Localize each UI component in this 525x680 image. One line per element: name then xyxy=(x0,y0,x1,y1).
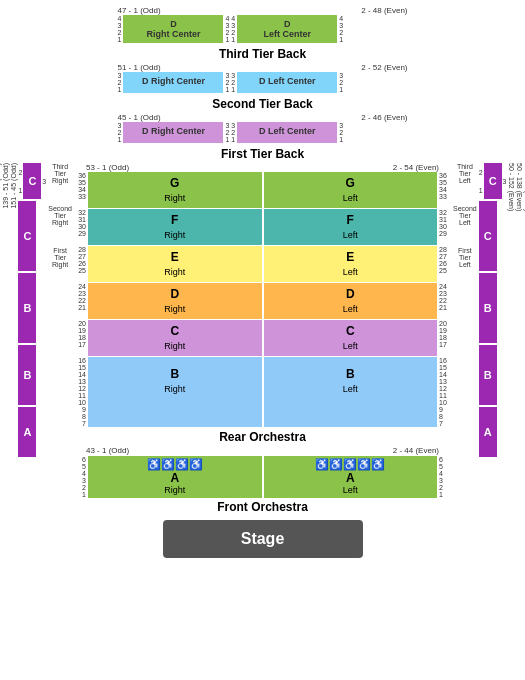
section-e-rows: 28272625 ERight ELeft 28272625 xyxy=(72,246,453,282)
rear-orch-a-right[interactable]: ♿♿♿♿ A Right xyxy=(88,456,262,498)
main-odd-even: 53 - 1 (Odd) 2 - 54 (Even) xyxy=(72,163,453,172)
first-tier-right-label: FirstTierRight xyxy=(48,247,72,268)
section-g-left[interactable]: GLeft xyxy=(264,172,438,208)
section-b-left[interactable]: BLeft xyxy=(264,357,438,427)
center-seating: 53 - 1 (Odd) 2 - 54 (Even) 36353433 GRig… xyxy=(72,163,453,562)
section-d-rows: 24232221 DRight DLeft 24232221 xyxy=(72,283,453,319)
second-tier-sections: 321 D Right Center 321 321 D Left Center xyxy=(118,72,408,93)
left-c-section-inner[interactable]: C xyxy=(18,201,36,271)
second-tier-right-center[interactable]: D Right Center xyxy=(123,72,223,93)
third-tier-odd: 47 - 1 (Odd) xyxy=(118,6,161,15)
right-c-section-inner[interactable]: C xyxy=(479,201,497,271)
section-b-rows: 16151413 1211109 87 BRight BLeft 1615141… xyxy=(72,357,453,427)
left-side-sections: 123 - 49 (Odd) 139 - 51 (Odd) 151 - 45 (… xyxy=(4,163,72,562)
third-tier-back-section: 47 - 1 (Odd) 2 - 48 (Even) 4321 D Right … xyxy=(4,6,521,163)
right-side-sections: 50 - 124 (Even) 50 - 138 (Even) 50 - 152… xyxy=(453,163,521,562)
second-tier-left-label: SecondTierLeft xyxy=(453,205,477,226)
right-c-section-outer[interactable]: C xyxy=(484,163,502,199)
third-tier-odd-even: 47 - 1 (Odd) 2 - 48 (Even) xyxy=(118,6,408,15)
right-even-label-3: 50 - 152 (Even) xyxy=(508,163,515,211)
third-tier-right-center[interactable]: D Right Center xyxy=(123,15,223,43)
right-a-section[interactable]: A xyxy=(479,407,497,457)
second-tier-odd-even: 51 - 1 (Odd) 2 - 52 (Even) xyxy=(118,63,408,72)
rear-orch-even: 2 - 44 (Even) xyxy=(393,446,439,455)
front-orchestra-title: Front Orchestra xyxy=(72,500,453,514)
section-e-right[interactable]: ERight xyxy=(88,246,262,282)
third-tier-right-center-label: Right Center xyxy=(125,29,221,39)
section-c-rows: 20191817 CRight CLeft 20191817 xyxy=(72,320,453,356)
right-even-label-2: 50 - 138 (Even) xyxy=(516,163,523,211)
second-tier-even: 2 - 52 (Even) xyxy=(361,63,407,72)
seating-chart: 47 - 1 (Odd) 2 - 48 (Even) 4321 D Right … xyxy=(0,0,525,680)
section-f-rows: 32313029 FRight FLeft 32313029 xyxy=(72,209,453,245)
left-a-section[interactable]: A xyxy=(18,407,36,457)
third-tier-right-label: ThirdTierRight xyxy=(48,163,72,184)
left-odd-label-3: 151 - 45 (Odd) xyxy=(10,163,17,209)
first-tier-even: 2 - 46 (Even) xyxy=(361,113,407,122)
main-seating: 123 - 49 (Odd) 139 - 51 (Odd) 151 - 45 (… xyxy=(4,163,521,562)
section-e-left[interactable]: ELeft xyxy=(264,246,438,282)
section-g-rows: 36353433 GRight GLeft 36353433 xyxy=(72,172,453,208)
section-f-left[interactable]: FLeft xyxy=(264,209,438,245)
rear-orch-odd-even: 43 - 1 (Odd) 2 - 44 (Even) xyxy=(72,446,453,455)
second-tier-left-center[interactable]: D Left Center xyxy=(237,72,337,93)
first-tier-back-title: First Tier Back xyxy=(221,147,304,161)
first-tier-odd: 45 - 1 (Odd) xyxy=(118,113,161,122)
section-c-left[interactable]: CLeft xyxy=(264,320,438,356)
first-tier-odd-even: 45 - 1 (Odd) 2 - 46 (Even) xyxy=(118,113,408,122)
third-tier-back-title: Third Tier Back xyxy=(219,47,306,61)
third-tier-sections: 4321 D Right Center 4321 4321 D xyxy=(118,15,408,43)
second-tier-odd: 51 - 1 (Odd) xyxy=(118,63,161,72)
rear-orch-rows: 654321 ♿♿♿♿ A Right ♿♿♿♿♿ A xyxy=(72,456,453,498)
stage: Stage xyxy=(163,520,363,558)
second-tier-back-title: Second Tier Back xyxy=(212,97,313,111)
section-b-right[interactable]: BRight xyxy=(88,357,262,427)
section-d-left[interactable]: DLeft xyxy=(264,283,438,319)
section-d-right[interactable]: DRight xyxy=(88,283,262,319)
third-tier-left-center[interactable]: D Left Center xyxy=(237,15,337,43)
rear-orchestra-title: Rear Orchestra xyxy=(72,430,453,444)
left-c-section-outer[interactable]: C xyxy=(23,163,41,199)
wheelchair-icons-left: ♿♿♿♿ xyxy=(88,458,262,471)
second-tier-right-label: SecondTierRight xyxy=(48,205,72,226)
first-tier-sections: 321 D Right Center 321 321 D Left Center xyxy=(118,122,408,143)
third-tier-left-center-label: Left Center xyxy=(239,29,335,39)
third-tier-left-label: ThirdTierLeft xyxy=(453,163,477,184)
section-f-right[interactable]: FRight xyxy=(88,209,262,245)
first-tier-left-label: FirstTierLeft xyxy=(453,247,477,268)
third-tier-even: 2 - 48 (Even) xyxy=(361,6,407,15)
section-c-right[interactable]: CRight xyxy=(88,320,262,356)
section-g-right[interactable]: GRight xyxy=(88,172,262,208)
left-b-section-inner[interactable]: B xyxy=(18,345,36,405)
main-odd: 53 - 1 (Odd) xyxy=(86,163,129,172)
first-tier-right-center[interactable]: D Right Center xyxy=(123,122,223,143)
first-tier-left-center[interactable]: D Left Center xyxy=(237,122,337,143)
stage-container: Stage xyxy=(72,516,453,562)
left-odd-label-2: 139 - 51 (Odd) xyxy=(2,163,9,209)
left-b-section-outer[interactable]: B xyxy=(18,273,36,343)
wheelchair-icons-right: ♿♿♿♿♿ xyxy=(264,458,438,471)
third-tier-right-nums2: 4321 xyxy=(337,15,343,43)
rear-orch-odd: 43 - 1 (Odd) xyxy=(86,446,129,455)
right-b-section-outer[interactable]: B xyxy=(479,273,497,343)
third-tier-left-nums2: 4321 xyxy=(223,15,229,43)
right-b-section-inner[interactable]: B xyxy=(479,345,497,405)
rear-orch-a-left[interactable]: ♿♿♿♿♿ A Left xyxy=(264,456,438,498)
main-even: 2 - 54 (Even) xyxy=(393,163,439,172)
